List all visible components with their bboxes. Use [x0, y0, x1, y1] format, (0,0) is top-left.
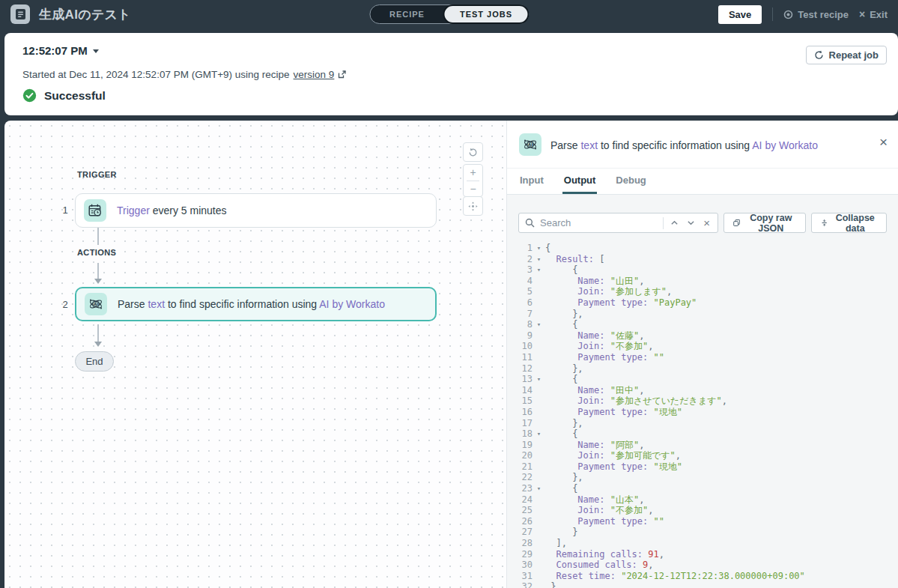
json-token-pun: {	[572, 264, 577, 275]
collapse-data-button[interactable]: Collapse data	[811, 213, 887, 233]
json-code: {	[545, 483, 577, 494]
recipe-version-link[interactable]: version 9	[294, 69, 335, 80]
json-code: Payment type: ""	[545, 352, 664, 363]
json-token-key: Name:	[577, 276, 604, 286]
json-line: 1▾{	[516, 243, 898, 254]
line-number: 28	[516, 538, 533, 549]
fit-view-button[interactable]	[464, 197, 482, 215]
json-token-str: "現地"	[648, 461, 682, 472]
reset-icon	[468, 148, 478, 157]
ai-atom-icon: AI	[85, 293, 107, 315]
json-code: {	[545, 264, 577, 276]
json-code: Reset time: "2024-12-12T12:22:38.000000+…	[545, 571, 805, 582]
section-label-actions: ACTIONS	[77, 248, 116, 257]
topbar: 生成AIのテスト RECIPE TEST JOBS Save Test reci…	[0, 0, 898, 28]
json-code: {	[545, 428, 577, 440]
json-token-pun: }	[572, 527, 577, 537]
line-number: 30	[516, 560, 533, 571]
tab-input[interactable]: Input	[518, 169, 545, 194]
line-number: 13	[516, 374, 533, 385]
save-button[interactable]: Save	[718, 5, 762, 24]
caret-spacer	[533, 297, 545, 309]
line-number: 29	[516, 549, 533, 560]
collapse-caret-icon[interactable]: ▾	[533, 483, 545, 494]
repeat-job-button[interactable]: Repeat job	[806, 46, 887, 64]
line-number: 16	[516, 407, 533, 418]
caret-spacer	[533, 407, 545, 418]
search-prev-button[interactable]	[669, 219, 680, 227]
json-line: 11 Payment type: ""	[516, 352, 898, 363]
json-line: 29 Remaining calls: 91,	[516, 549, 898, 560]
action-step-card-selected[interactable]: AI Parse text to find specific informati…	[75, 287, 437, 321]
end-node[interactable]: End	[75, 351, 114, 372]
json-token-pun: [	[594, 254, 604, 264]
json-line: 7 },	[516, 309, 898, 320]
tab-test-jobs[interactable]: TEST JOBS	[443, 4, 529, 24]
search-next-button[interactable]	[685, 219, 697, 227]
app-logo-icon[interactable]	[10, 4, 30, 24]
section-label-trigger: TRIGGER	[77, 170, 117, 179]
tab-output[interactable]: Output	[562, 169, 598, 194]
line-number: 31	[516, 571, 533, 582]
panel-header: AI Parse text to find specific informati…	[507, 121, 898, 169]
tab-debug[interactable]: Debug	[614, 169, 647, 194]
panel-tabs: Input Output Debug	[507, 169, 898, 195]
title-link[interactable]: AI by Workato	[319, 298, 385, 310]
search-box: ×	[518, 213, 718, 233]
test-recipe-label: Test recipe	[798, 9, 849, 20]
json-code: Name: "田中",	[545, 385, 644, 396]
workflow-canvas[interactable]: TRIGGER 1 Trigger every 5 minutes ACTION…	[4, 121, 506, 588]
step-title: Trigger every 5 minutes	[117, 204, 227, 216]
json-code: Join: "参加させていただきます",	[545, 395, 727, 407]
json-token-str: "阿部"	[604, 440, 639, 450]
svg-text:AI: AI	[528, 142, 533, 147]
collapse-caret-icon[interactable]: ▾	[533, 243, 545, 254]
view-toggle: RECIPE TEST JOBS	[369, 4, 529, 24]
caret-spacer	[533, 352, 545, 363]
line-number: 5	[516, 286, 533, 297]
json-line: 28 ],	[516, 538, 898, 549]
json-token-str: "山本"	[604, 494, 639, 505]
search-clear-button[interactable]: ×	[702, 216, 712, 229]
json-token-key: Consumed calls:	[556, 560, 637, 570]
json-line: 13▾ {	[516, 374, 898, 385]
search-input[interactable]	[540, 217, 658, 228]
external-link-icon	[338, 70, 346, 79]
json-line: 15 Join: "参加させていただきます",	[516, 395, 898, 407]
json-token-key: Join:	[577, 341, 604, 351]
panel-body: × Copy raw JSON	[507, 195, 898, 588]
collapse-caret-icon[interactable]: ▾	[533, 254, 545, 265]
collapse-caret-icon[interactable]: ▾	[533, 374, 545, 385]
job-time-dropdown[interactable]: 12:52:07 PM	[22, 44, 99, 57]
exit-button[interactable]: × Exit	[859, 8, 888, 20]
reset-zoom-button[interactable]	[464, 143, 482, 161]
json-token-key: Join:	[577, 450, 604, 461]
title-link[interactable]: Trigger	[117, 204, 150, 216]
title-link[interactable]: AI by Workato	[752, 139, 818, 151]
trigger-step-card[interactable]: Trigger every 5 minutes	[75, 193, 437, 228]
json-token-pun: ,	[667, 286, 672, 297]
copy-raw-json-button[interactable]: Copy raw JSON	[723, 213, 806, 233]
test-recipe-button[interactable]: Test recipe	[783, 9, 849, 20]
page-title: 生成AIのテスト	[39, 6, 131, 23]
json-line: 6 Payment type: "PayPay"	[516, 297, 898, 309]
collapse-caret-icon[interactable]: ▾	[533, 264, 545, 276]
chevron-up-icon	[670, 219, 679, 227]
title-link[interactable]: text	[580, 139, 598, 151]
collapse-caret-icon[interactable]: ▾	[533, 319, 545, 330]
json-line: 16 Payment type: "現地"	[516, 407, 898, 418]
close-icon: ×	[859, 8, 865, 20]
calendar-clock-icon	[84, 199, 106, 222]
workspace: TRIGGER 1 Trigger every 5 minutes ACTION…	[4, 121, 898, 588]
zoom-in-button[interactable]: +	[464, 165, 482, 181]
json-code: Join: "参加可能です",	[545, 450, 681, 461]
document-icon	[15, 8, 26, 20]
step-title: Parse text to find specific information …	[118, 298, 385, 310]
zoom-out-button[interactable]: −	[464, 181, 482, 197]
title-link[interactable]: text	[148, 298, 165, 310]
tab-recipe[interactable]: RECIPE	[370, 5, 444, 23]
close-panel-button[interactable]: ×	[879, 135, 888, 149]
collapse-caret-icon[interactable]: ▾	[533, 428, 545, 440]
caret-spacer	[533, 472, 545, 483]
line-number: 19	[516, 440, 533, 451]
